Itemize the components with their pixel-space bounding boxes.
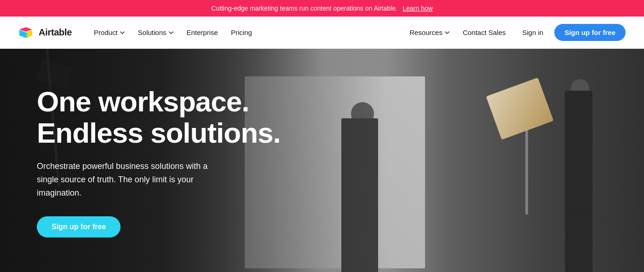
navbar: Airtable Product Solutions Enterprise Pr… <box>0 17 644 49</box>
logo-area[interactable]: Airtable <box>18 25 72 40</box>
hero-subtitle: Orchestrate powerful business solutions … <box>37 160 221 199</box>
nav-left: Airtable Product Solutions Enterprise Pr… <box>18 25 258 40</box>
product-chevron-icon <box>120 30 125 35</box>
banner-link[interactable]: Learn how <box>402 5 432 12</box>
nav-link-resources[interactable]: Resources <box>404 25 455 40</box>
signup-button-nav[interactable]: Sign up for free <box>554 24 626 41</box>
nav-link-enterprise[interactable]: Enterprise <box>181 25 224 40</box>
nav-link-contact-sales[interactable]: Contact Sales <box>457 25 511 40</box>
logo-text: Airtable <box>39 27 72 38</box>
hero-title: One workspace. Endless solutions. <box>37 86 304 149</box>
signup-button-hero[interactable]: Sign up for free <box>37 216 121 237</box>
top-banner: Cutting-edge marketing teams run content… <box>0 0 644 17</box>
airtable-logo-icon <box>18 25 35 40</box>
nav-link-pricing[interactable]: Pricing <box>225 25 258 40</box>
resources-chevron-icon <box>444 30 450 35</box>
nav-link-product[interactable]: Product <box>88 25 131 40</box>
banner-text: Cutting-edge marketing teams run content… <box>211 5 397 12</box>
solutions-chevron-icon <box>168 30 174 35</box>
hero-section: One workspace. Endless solutions. Orches… <box>0 49 644 272</box>
nav-link-solutions[interactable]: Solutions <box>132 25 179 40</box>
signin-button[interactable]: Sign in <box>515 25 551 40</box>
nav-right-links: Resources Contact Sales <box>404 25 511 40</box>
hero-content: One workspace. Endless solutions. Orches… <box>0 49 644 272</box>
nav-right: Resources Contact Sales Sign in Sign up … <box>404 24 626 41</box>
nav-links: Product Solutions Enterprise Pricing <box>88 25 258 40</box>
